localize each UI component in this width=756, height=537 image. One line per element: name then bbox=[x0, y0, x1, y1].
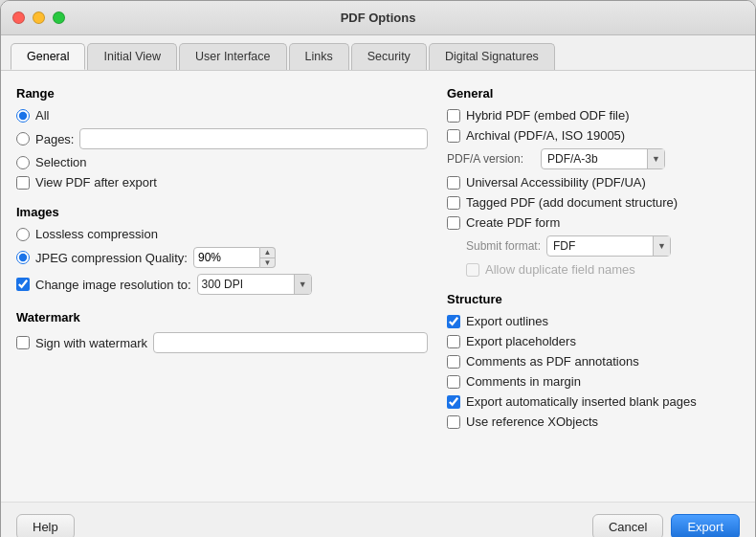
archival-checkbox[interactable] bbox=[447, 129, 460, 143]
range-title: Range bbox=[16, 86, 428, 101]
tab-links[interactable]: Links bbox=[289, 43, 349, 70]
pdfa-dropdown-arrow[interactable]: ▼ bbox=[647, 149, 664, 168]
comments-margin-label: Comments in margin bbox=[466, 374, 581, 389]
use-reference-label: Use reference XObjects bbox=[466, 414, 598, 429]
maximize-button[interactable] bbox=[53, 11, 65, 24]
spinner-up[interactable]: ▲ bbox=[260, 248, 275, 258]
allow-duplicate-row: Allow duplicate field names bbox=[466, 262, 740, 277]
tab-general[interactable]: General bbox=[11, 43, 85, 70]
tab-digital-signatures[interactable]: Digital Signatures bbox=[429, 43, 555, 70]
resolution-checkbox[interactable] bbox=[16, 278, 30, 291]
cancel-button[interactable]: Cancel bbox=[592, 514, 663, 537]
resolution-select-arrow: ▼ bbox=[294, 275, 311, 294]
universal-checkbox[interactable] bbox=[447, 176, 460, 190]
titlebar: PDF Options bbox=[1, 1, 755, 35]
tagged-pdf-checkbox[interactable] bbox=[447, 196, 460, 210]
pdfa-value: PDF/A-3b bbox=[542, 150, 647, 168]
view-pdf-checkbox[interactable] bbox=[16, 176, 30, 190]
range-pages-row: Pages: bbox=[16, 128, 428, 149]
resolution-label: Change image resolution to: bbox=[35, 278, 191, 292]
spinner-down[interactable]: ▼ bbox=[260, 258, 275, 268]
create-form-checkbox[interactable] bbox=[447, 216, 460, 230]
resolution-select[interactable]: 300 DPI 150 DPI 72 DPI bbox=[198, 276, 294, 293]
tagged-pdf-row: Tagged PDF (add document structure) bbox=[447, 195, 740, 210]
tagged-pdf-label: Tagged PDF (add document structure) bbox=[466, 195, 678, 210]
hybrid-pdf-checkbox[interactable] bbox=[447, 109, 460, 123]
allow-duplicate-checkbox[interactable] bbox=[466, 263, 479, 277]
view-pdf-label: View PDF after export bbox=[35, 175, 157, 190]
submit-format-label: Submit format: bbox=[466, 239, 541, 253]
minimize-button[interactable] bbox=[33, 11, 45, 24]
allow-duplicate-label: Allow duplicate field names bbox=[485, 262, 635, 277]
range-selection-radio[interactable] bbox=[16, 156, 30, 169]
range-all-radio[interactable] bbox=[16, 109, 30, 123]
lossless-row: Lossless compression bbox=[16, 227, 428, 241]
watermark-title: Watermark bbox=[16, 310, 428, 324]
lossless-radio[interactable] bbox=[16, 228, 30, 241]
pdfa-label: PDF/A version: bbox=[447, 152, 533, 166]
export-blank-label: Export automatically inserted blank page… bbox=[466, 394, 697, 409]
export-button[interactable]: Export bbox=[671, 514, 740, 537]
comments-margin-checkbox[interactable] bbox=[447, 375, 460, 389]
range-selection-label: Selection bbox=[35, 155, 86, 169]
export-placeholders-label: Export placeholders bbox=[466, 334, 576, 348]
right-panel: General Hybrid PDF (embed ODF file) Arch… bbox=[447, 86, 740, 492]
range-pages-radio[interactable] bbox=[16, 132, 30, 145]
create-form-label: Create PDF form bbox=[466, 215, 560, 230]
window-title: PDF Options bbox=[341, 11, 416, 25]
structure-section: Structure Export outlines Export placeho… bbox=[447, 292, 740, 429]
tab-security[interactable]: Security bbox=[351, 43, 427, 70]
hybrid-pdf-label: Hybrid PDF (embed ODF file) bbox=[466, 108, 629, 123]
range-all-row: All bbox=[16, 108, 428, 123]
submit-format-arrow[interactable]: ▼ bbox=[653, 236, 670, 256]
export-outlines-row: Export outlines bbox=[447, 314, 740, 328]
spinner-arrows: ▲ ▼ bbox=[260, 247, 276, 268]
lossless-label: Lossless compression bbox=[35, 227, 158, 241]
comments-annotations-checkbox[interactable] bbox=[447, 355, 460, 369]
range-all-label: All bbox=[35, 108, 49, 123]
help-button[interactable]: Help bbox=[16, 514, 75, 537]
tab-user-interface[interactable]: User Interface bbox=[179, 43, 287, 70]
archival-row: Archival (PDF/A, ISO 19005) bbox=[447, 128, 740, 143]
watermark-section: Watermark Sign with watermark bbox=[16, 310, 428, 353]
resolution-select-wrapper: 300 DPI 150 DPI 72 DPI ▼ bbox=[197, 274, 312, 295]
export-blank-checkbox[interactable] bbox=[447, 395, 460, 409]
comments-annotations-row: Comments as PDF annotations bbox=[447, 354, 740, 369]
jpeg-label: JPEG compression Quality: bbox=[35, 251, 188, 265]
left-panel: Range All Pages: Selection View PDF af bbox=[16, 86, 428, 492]
jpeg-radio[interactable] bbox=[16, 251, 30, 264]
pdfa-dropdown: PDF/A-3b ▼ bbox=[541, 148, 665, 169]
export-outlines-checkbox[interactable] bbox=[447, 315, 460, 328]
hybrid-pdf-row: Hybrid PDF (embed ODF file) bbox=[447, 108, 740, 123]
close-button[interactable] bbox=[12, 11, 25, 24]
export-placeholders-checkbox[interactable] bbox=[447, 335, 460, 348]
images-section: Images Lossless compression JPEG compres… bbox=[16, 205, 428, 295]
sign-watermark-row: Sign with watermark bbox=[16, 332, 428, 353]
jpeg-quality-spinner: ▲ ▼ bbox=[193, 247, 276, 268]
range-selection-row: Selection bbox=[16, 155, 428, 169]
universal-row: Universal Accessibility (PDF/UA) bbox=[447, 175, 740, 190]
right-general-title: General bbox=[447, 86, 740, 101]
use-reference-row: Use reference XObjects bbox=[447, 414, 740, 429]
comments-annotations-label: Comments as PDF annotations bbox=[466, 354, 639, 369]
universal-label: Universal Accessibility (PDF/UA) bbox=[466, 175, 646, 190]
export-placeholders-row: Export placeholders bbox=[447, 334, 740, 348]
pdfa-row: PDF/A version: PDF/A-3b ▼ bbox=[447, 148, 740, 169]
watermark-text-input[interactable] bbox=[153, 332, 428, 353]
export-blank-row: Export automatically inserted blank page… bbox=[447, 394, 740, 409]
jpeg-quality-input[interactable] bbox=[193, 247, 260, 268]
footer-actions: Cancel Export bbox=[592, 514, 740, 537]
sign-watermark-checkbox[interactable] bbox=[16, 336, 30, 349]
create-form-row: Create PDF form bbox=[447, 215, 740, 230]
pages-input[interactable] bbox=[79, 128, 428, 149]
tab-initial-view[interactable]: Initial View bbox=[87, 43, 177, 70]
view-pdf-row: View PDF after export bbox=[16, 175, 428, 190]
content-area: Range All Pages: Selection View PDF af bbox=[1, 71, 755, 492]
jpeg-row: JPEG compression Quality: ▲ ▼ bbox=[16, 247, 428, 268]
window-controls bbox=[12, 11, 65, 24]
archival-label: Archival (PDF/A, ISO 19005) bbox=[466, 128, 625, 143]
footer: Help Cancel Export bbox=[1, 502, 755, 537]
pdf-options-window: PDF Options General Initial View User In… bbox=[0, 0, 756, 537]
use-reference-checkbox[interactable] bbox=[447, 415, 460, 429]
images-title: Images bbox=[16, 205, 428, 219]
